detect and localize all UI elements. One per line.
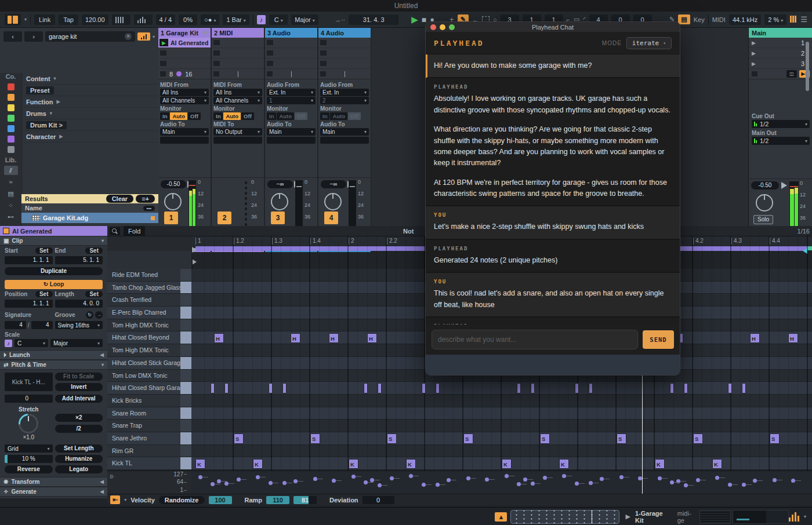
scene-controls[interactable]: 816 bbox=[158, 69, 211, 79]
velocity-dot[interactable] bbox=[256, 475, 260, 479]
midi-note[interactable]: K bbox=[655, 459, 665, 469]
track-gain-field[interactable]: −∞ bbox=[267, 180, 293, 188]
fold-button[interactable]: Fold bbox=[124, 226, 145, 236]
clip-stop-icon[interactable] bbox=[267, 40, 273, 45]
monitor-switch[interactable]: InAutoOff bbox=[160, 112, 209, 120]
scene-controls[interactable] bbox=[318, 69, 371, 79]
sample-name-box[interactable]: Kick TL - H... bbox=[5, 373, 53, 391]
input-type-select[interactable]: Ext. In▾ bbox=[320, 89, 369, 96]
generate-section-bar[interactable]: ✧Generate◀ bbox=[0, 487, 107, 497]
drum-key-cell[interactable] bbox=[180, 319, 191, 331]
input-type-select[interactable]: All Ins▾ bbox=[213, 89, 262, 96]
midi-note[interactable]: H bbox=[367, 333, 377, 344]
midi-note[interactable]: H bbox=[329, 333, 339, 344]
session-drop-area-right[interactable] bbox=[680, 28, 748, 226]
drum-key-cell[interactable] bbox=[180, 445, 191, 457]
velocity-dot[interactable] bbox=[466, 476, 470, 480]
drum-row-name[interactable]: Snare Room bbox=[107, 407, 191, 420]
midi-note[interactable]: S bbox=[387, 433, 397, 444]
samples-icon[interactable]: ≈ bbox=[4, 177, 18, 187]
clip-panel-header[interactable]: AI Generated bbox=[0, 226, 107, 236]
meter-chevron-icon[interactable]: ▾ bbox=[804, 514, 806, 519]
browser-forward-icon[interactable]: › bbox=[24, 31, 43, 42]
clip-stop-icon[interactable] bbox=[267, 61, 273, 66]
ableton-logo-icon[interactable] bbox=[5, 14, 21, 25]
results-name-header[interactable]: Name ••• bbox=[21, 203, 158, 213]
clip-stop-icon[interactable] bbox=[160, 50, 166, 56]
scene-controls[interactable] bbox=[265, 69, 317, 79]
clip-slot[interactable] bbox=[158, 48, 211, 59]
metronome-icon[interactable] bbox=[112, 14, 130, 25]
legato-button[interactable]: Legato bbox=[55, 465, 103, 473]
velocity-dot[interactable] bbox=[742, 483, 746, 487]
groove-meter-icon[interactable] bbox=[134, 14, 153, 25]
input-channel-select[interactable]: 2▾ bbox=[320, 97, 369, 104]
clip-scale-name-select[interactable]: Major▾ bbox=[50, 339, 103, 347]
input-channel-select[interactable]: All Channels▾ bbox=[213, 97, 262, 104]
drum-row-name[interactable]: Hihat Closed Beyond bbox=[107, 331, 191, 344]
midi-note[interactable] bbox=[436, 383, 440, 393]
monitor-option[interactable]: Off bbox=[348, 112, 361, 120]
drum-row-name[interactable]: Snare Trap bbox=[107, 420, 191, 432]
drum-key-cell[interactable] bbox=[180, 420, 191, 432]
drum-row-name[interactable]: Crash Terrified bbox=[107, 294, 191, 307]
drum-row-name[interactable]: Tom Low DMX Tonic bbox=[107, 370, 191, 382]
midi-note[interactable] bbox=[517, 383, 521, 393]
device-thumbnail-2[interactable] bbox=[733, 510, 789, 524]
chat-titlebar[interactable]: Playhead Chat bbox=[426, 22, 680, 32]
mode-select[interactable]: iterate▾ bbox=[626, 37, 672, 49]
humanize-amount-field[interactable]: 10 % bbox=[5, 455, 53, 463]
drum-row-name[interactable]: E-Perc Blip Charred bbox=[107, 307, 191, 319]
track-header[interactable]: 3 Audio bbox=[265, 28, 317, 38]
drum-key-cell[interactable] bbox=[180, 457, 191, 469]
track-activator[interactable]: 1 bbox=[164, 212, 178, 224]
midi-note[interactable]: H bbox=[291, 333, 300, 344]
track-header[interactable]: 1 Garage Kit⊙▾ bbox=[158, 28, 211, 38]
clip-overview-navigator[interactable] bbox=[510, 510, 619, 524]
cpu-load-field[interactable]: 2 % ▾ bbox=[764, 14, 786, 25]
drum-row-name[interactable]: Ride EDM Toned bbox=[107, 269, 191, 282]
velocity-dot[interactable] bbox=[282, 481, 287, 485]
filter-group-character[interactable]: Character▶ bbox=[21, 131, 158, 143]
grid-setting-label[interactable]: 1/16 bbox=[798, 228, 810, 235]
minimize-icon[interactable] bbox=[440, 24, 445, 30]
monitor-option[interactable]: In bbox=[267, 112, 276, 120]
midi-note[interactable] bbox=[684, 383, 688, 393]
output-channel-field[interactable] bbox=[267, 137, 316, 144]
track-gain-field[interactable]: -0.50 bbox=[161, 180, 186, 188]
clip-slot[interactable] bbox=[318, 59, 371, 69]
drum-key-cell[interactable] bbox=[180, 269, 191, 281]
midi-note[interactable] bbox=[742, 383, 746, 393]
track-header[interactable]: 2 MIDI bbox=[212, 28, 264, 38]
output-type-select[interactable]: Main▾ bbox=[267, 128, 316, 136]
velocity-dot[interactable] bbox=[364, 480, 368, 484]
clip-stop-icon[interactable] bbox=[160, 71, 166, 76]
sounds-icon[interactable]: ⫽ bbox=[4, 166, 18, 175]
clip-scale-root-select[interactable]: C▾ bbox=[14, 339, 48, 347]
midi-note[interactable]: S bbox=[770, 433, 780, 444]
ramp-start-field[interactable]: 110 bbox=[266, 496, 289, 504]
midi-note[interactable] bbox=[282, 383, 287, 393]
track-gain-field[interactable]: −∞ bbox=[321, 180, 346, 188]
stretch-half-button[interactable]: /2 bbox=[55, 425, 103, 433]
velocity-dot[interactable] bbox=[293, 479, 298, 483]
quantize-menu[interactable]: ○● ▾ bbox=[201, 14, 219, 25]
clip-slot[interactable] bbox=[212, 59, 264, 69]
key-scale-menu[interactable]: Major ▾ bbox=[291, 14, 318, 25]
reverse-button[interactable]: Reverse bbox=[5, 465, 53, 473]
chat-message-list[interactable]: Hi! Are you down to make some garage wit… bbox=[426, 54, 680, 325]
chat-input[interactable] bbox=[432, 330, 638, 349]
midi-note[interactable]: K bbox=[253, 459, 263, 469]
color-swatch[interactable] bbox=[8, 136, 14, 143]
velocity-dot[interactable] bbox=[523, 477, 527, 482]
key-root-menu[interactable]: C ▾ bbox=[269, 14, 288, 25]
groove-select[interactable]: Swing 16ths▾ bbox=[55, 321, 103, 329]
filter-group-content[interactable]: Content▾ bbox=[21, 73, 158, 85]
midi-note[interactable] bbox=[422, 383, 426, 393]
midi-note[interactable] bbox=[378, 383, 382, 393]
drum-row-name[interactable]: Tom High DMX Tonic bbox=[107, 319, 191, 332]
velocity-dot[interactable] bbox=[224, 482, 229, 486]
filter-chip-drum-kit[interactable]: Drum Kit > bbox=[21, 119, 158, 131]
tempo-field[interactable]: 120.00 bbox=[82, 14, 108, 25]
midi-note[interactable] bbox=[269, 383, 273, 393]
